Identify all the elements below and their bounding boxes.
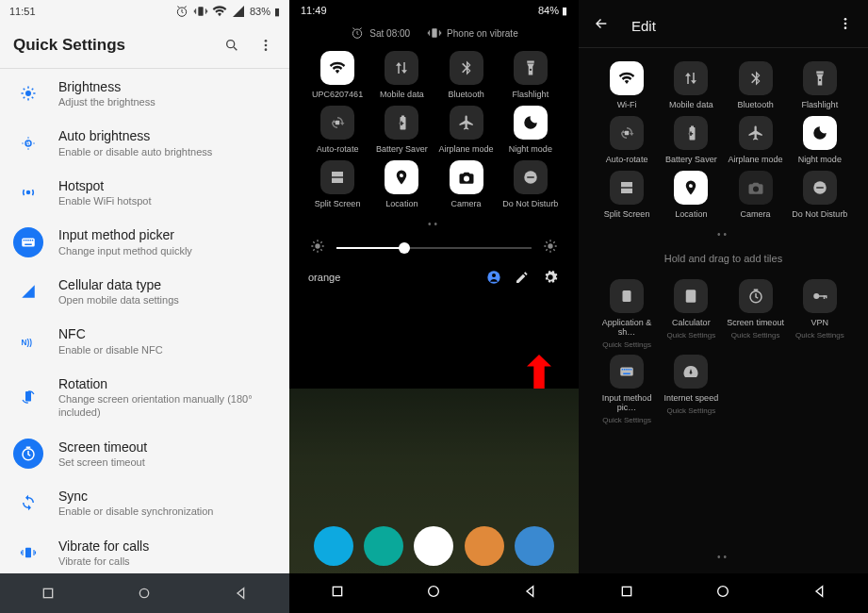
tile-wifi[interactable]: UPC6207461 xyxy=(306,51,368,100)
tile-batterysaver[interactable]: Battery Saver xyxy=(370,106,433,155)
tile-wifi[interactable]: Wi-Fi xyxy=(596,61,658,110)
tile-dnd[interactable]: Do Not Disturb xyxy=(500,160,562,209)
recent-button[interactable] xyxy=(330,584,345,603)
tile-label: Flashlight xyxy=(802,101,839,110)
splitscreen-icon xyxy=(320,160,354,194)
tile-dnd[interactable]: Do Not Disturb xyxy=(789,171,851,220)
hint-text: Hold and drag to add tiles xyxy=(579,243,868,273)
brightness-slider[interactable] xyxy=(289,233,579,262)
tile-splitscreen[interactable]: Split Screen xyxy=(596,171,658,220)
list-item[interactable]: RotationChange screen orientation manual… xyxy=(0,366,289,429)
camera-icon xyxy=(450,160,483,194)
vpn-icon xyxy=(803,279,837,313)
battery-icon: ▮ xyxy=(274,6,280,18)
back-button[interactable] xyxy=(523,584,538,603)
alarm-text[interactable]: Sat 08:00 xyxy=(369,28,410,39)
tile-sublabel: Quick Settings xyxy=(795,331,844,340)
tile-flashlight[interactable]: Flashlight xyxy=(500,51,562,100)
search-icon[interactable] xyxy=(221,35,242,56)
tile-vpn[interactable]: VPNQuick Settings xyxy=(789,279,851,349)
svg-point-37 xyxy=(718,587,729,597)
tile-label: Airplane mode xyxy=(439,145,494,155)
edit-icon[interactable] xyxy=(513,268,532,287)
app-files[interactable] xyxy=(515,526,554,566)
tile-flashlight[interactable]: Flashlight xyxy=(789,61,851,110)
header: Edit xyxy=(579,4,868,47)
list-item[interactable]: Screen timeoutSet screen timeout xyxy=(0,429,289,478)
mobiledata-icon xyxy=(674,61,708,95)
tile-app[interactable]: Application & sh…Quick Settings xyxy=(596,279,658,349)
brightness-high-icon xyxy=(543,239,558,257)
app-phone[interactable] xyxy=(314,526,353,566)
svg-point-35 xyxy=(429,587,439,597)
list-item[interactable]: HotspotEnable WiFi hotspot xyxy=(0,168,289,217)
list-item[interactable]: NFCEnable or disable NFC xyxy=(0,316,289,365)
tile-nightmode[interactable]: Night mode xyxy=(500,106,562,155)
item-title: Vibrate for calls xyxy=(58,538,276,555)
back-button[interactable] xyxy=(812,584,827,603)
tile-batterysaver[interactable]: Battery Saver xyxy=(660,116,722,165)
more-icon[interactable] xyxy=(255,35,276,56)
tile-label: Camera xyxy=(741,210,771,220)
airplane-icon xyxy=(739,116,773,150)
dnd-icon xyxy=(514,160,548,194)
list-item[interactable]: BrightnessAdjust the brightness xyxy=(0,69,289,118)
tile-airplane[interactable]: Airplane mode xyxy=(435,106,498,155)
home-button[interactable] xyxy=(426,584,441,603)
ringer-text[interactable]: Phone on vibrate xyxy=(447,28,518,39)
list-item[interactable]: Vibrate for callsVibrate for calls xyxy=(0,528,289,573)
page-indicator: •• xyxy=(289,215,579,233)
list-item[interactable]: Input method pickerChange input method q… xyxy=(0,217,289,266)
nav-bar xyxy=(579,573,868,613)
tile-timeout[interactable]: Screen timeoutQuick Settings xyxy=(725,279,787,349)
recent-button[interactable] xyxy=(619,584,634,603)
vibrate-icon xyxy=(13,538,43,568)
tile-nightmode[interactable]: Night mode xyxy=(789,116,851,165)
tile-airplane[interactable]: Airplane mode xyxy=(725,116,787,165)
tile-calc[interactable]: CalculatorQuick Settings xyxy=(660,279,722,349)
tile-label: Night mode xyxy=(798,156,842,165)
back-button[interactable] xyxy=(233,585,250,602)
tile-label: Auto-rotate xyxy=(317,145,359,155)
status-bar: 11:49 84% ▮ xyxy=(289,0,579,21)
tile-label: Mobile data xyxy=(380,91,424,100)
more-icon[interactable] xyxy=(838,16,853,35)
tile-autorotate[interactable]: Auto-rotate xyxy=(596,116,658,165)
bluetooth-icon xyxy=(450,51,483,85)
tile-autorotate[interactable]: Auto-rotate xyxy=(306,106,368,155)
tile-label: Input method pic… xyxy=(596,394,658,413)
list-item[interactable]: Auto brightnessEnable or disable auto br… xyxy=(0,118,289,167)
user-icon[interactable] xyxy=(484,268,503,287)
tile-location[interactable]: Location xyxy=(660,171,722,220)
page-indicator: •• xyxy=(579,225,868,243)
tile-camera[interactable]: Camera xyxy=(435,160,498,209)
nav-bar xyxy=(0,573,289,613)
battery-icon: ▮ xyxy=(562,5,567,17)
tile-bluetooth[interactable]: Bluetooth xyxy=(725,61,787,110)
app-gallery[interactable] xyxy=(465,526,504,566)
settings-list[interactable]: BrightnessAdjust the brightnessAuto brig… xyxy=(0,69,289,573)
tile-label: Flashlight xyxy=(513,91,549,100)
tile-location[interactable]: Location xyxy=(370,160,433,209)
app-chrome[interactable] xyxy=(414,526,453,566)
tile-mobiledata[interactable]: Mobile data xyxy=(370,51,433,100)
settings-icon[interactable] xyxy=(541,268,560,287)
list-item[interactable]: Cellular data typeOpen mobile data setti… xyxy=(0,267,289,316)
list-item[interactable]: SyncEnable or disable synchronization xyxy=(0,478,289,527)
recent-button[interactable] xyxy=(40,585,57,602)
home-button[interactable] xyxy=(136,585,153,602)
tile-keyboard[interactable]: Input method pic…Quick Settings xyxy=(596,355,658,424)
tile-speed[interactable]: Internet speedQuick Settings xyxy=(660,355,722,424)
tile-splitscreen[interactable]: Split Screen xyxy=(306,160,368,209)
home-button[interactable] xyxy=(715,584,730,603)
footer-bar: orange xyxy=(289,262,579,292)
tile-label: Do Not Disturb xyxy=(792,210,847,220)
back-icon[interactable] xyxy=(594,16,613,35)
tile-mobiledata[interactable]: Mobile data xyxy=(660,61,722,110)
tile-camera[interactable]: Camera xyxy=(725,171,787,220)
tile-label: Internet speed xyxy=(664,394,719,404)
tile-bluetooth[interactable]: Bluetooth xyxy=(435,51,498,100)
battery-percent: 83% xyxy=(250,6,270,17)
item-title: Cellular data type xyxy=(58,276,276,293)
app-messages[interactable] xyxy=(364,526,403,566)
